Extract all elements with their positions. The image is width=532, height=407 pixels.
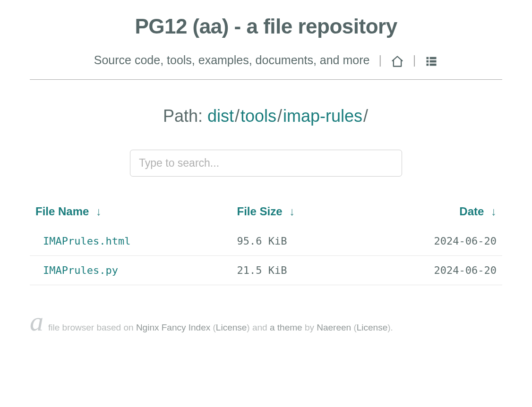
file-table: File Name ↓ File Size ↓ Date ↓ IMAPrules…: [30, 200, 502, 285]
path-part-imap-rules[interactable]: imap-rules: [283, 106, 362, 126]
subtitle-text: Source code, tools, examples, documents,…: [94, 53, 370, 67]
svg-rect-5: [430, 64, 437, 66]
footer-logo: a: [30, 311, 43, 332]
path-separator: /: [235, 106, 240, 126]
file-link[interactable]: IMAPrules.html: [43, 235, 130, 247]
col-header-date[interactable]: Date ↓: [362, 200, 502, 227]
footer-link-nginx[interactable]: Nginx Fancy Index: [136, 322, 210, 332]
footer-text: and: [252, 322, 270, 332]
separator: |: [413, 53, 416, 67]
footer: a file browser based on Nginx Fancy Inde…: [30, 311, 502, 351]
svg-rect-0: [427, 57, 429, 59]
table-row: IMAPrules.html 95.6 KiB 2024-06-20: [30, 227, 502, 256]
search-input[interactable]: [130, 150, 402, 177]
path-separator: /: [363, 106, 368, 126]
sort-arrow-icon: ↓: [289, 205, 295, 218]
footer-text: (: [210, 322, 216, 332]
file-size: 95.6 KiB: [231, 227, 362, 256]
footer-text: ): [247, 322, 252, 332]
list-icon[interactable]: [425, 54, 438, 68]
footer-link-naereen[interactable]: Naereen: [317, 322, 351, 332]
file-size: 21.5 KiB: [231, 256, 362, 285]
svg-rect-1: [430, 57, 437, 59]
svg-rect-4: [427, 64, 429, 66]
footer-text: by: [302, 322, 317, 332]
table-row: IMAPrules.py 21.5 KiB 2024-06-20: [30, 256, 502, 285]
col-header-name-label: File Name: [35, 205, 89, 218]
subtitle-row: Source code, tools, examples, documents,…: [30, 53, 502, 80]
col-header-name[interactable]: File Name ↓: [30, 200, 231, 227]
footer-text: (: [351, 322, 357, 332]
path-separator: /: [277, 106, 282, 126]
file-date: 2024-06-20: [362, 227, 502, 256]
footer-text: ).: [387, 322, 393, 332]
col-header-date-label: Date: [459, 205, 484, 218]
svg-rect-2: [427, 60, 429, 63]
home-icon[interactable]: [391, 54, 404, 68]
file-date: 2024-06-20: [362, 256, 502, 285]
sort-arrow-icon: ↓: [96, 205, 102, 218]
col-header-size[interactable]: File Size ↓: [231, 200, 362, 227]
footer-link-theme[interactable]: a theme: [270, 322, 302, 332]
col-header-size-label: File Size: [237, 205, 282, 218]
path-label: Path:: [163, 106, 207, 126]
path-part-dist[interactable]: dist: [207, 106, 234, 126]
separator: |: [378, 53, 382, 67]
svg-rect-3: [430, 60, 437, 63]
sort-arrow-icon: ↓: [491, 205, 497, 218]
footer-link-license2[interactable]: License: [357, 322, 388, 332]
path-part-tools[interactable]: tools: [240, 106, 276, 126]
footer-link-license1[interactable]: License: [216, 322, 247, 332]
footer-text: file browser based on: [48, 322, 136, 332]
breadcrumb: Path: dist/tools/imap-rules/: [30, 106, 502, 126]
page-title: PG12 (aa) - a file repository: [30, 14, 502, 39]
file-link[interactable]: IMAPrules.py: [43, 264, 118, 276]
